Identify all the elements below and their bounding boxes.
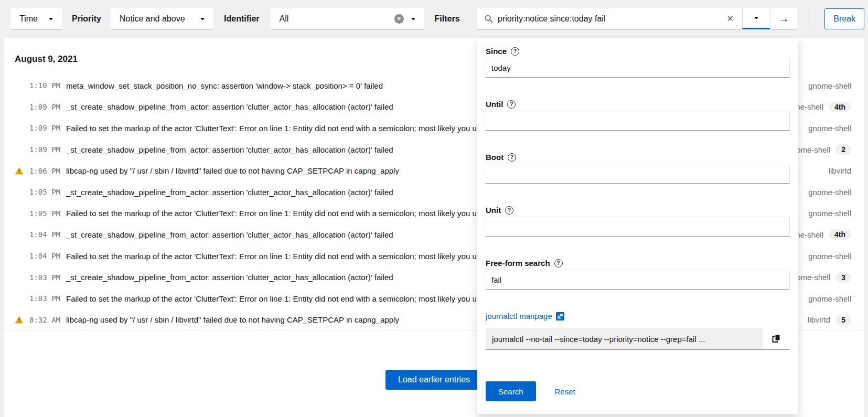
help-icon[interactable]: ? <box>508 153 516 162</box>
clear-identifier-icon[interactable]: ✕ <box>394 14 404 24</box>
entry-service: libvirtd <box>829 166 851 175</box>
panel-search-button[interactable]: Search <box>486 381 536 401</box>
identifier-select-value: All <box>280 14 289 24</box>
boot-field-group: Boot ? <box>486 152 790 184</box>
entry-service: gnome-shell <box>808 124 851 133</box>
help-icon[interactable]: ? <box>505 206 513 215</box>
break-button[interactable]: Break <box>824 8 864 29</box>
entry-count-badge: 5 <box>835 315 851 325</box>
identifier-label: Identifier <box>224 14 260 24</box>
command-row <box>486 328 790 350</box>
boot-input[interactable] <box>486 164 790 184</box>
entry-time: 1:05 PM <box>29 209 62 218</box>
entry-time: 1:04 PM <box>29 230 62 239</box>
search-input[interactable]: priority:notice since:today fail <box>498 14 719 24</box>
copy-command-button[interactable] <box>763 328 790 350</box>
entry-time: 1:05 PM <box>29 188 62 196</box>
until-input[interactable] <box>486 111 790 131</box>
entry-time: 1:06 PM <box>29 167 62 175</box>
warning-icon <box>15 167 24 175</box>
journal-filters-toolbar: Time Priority Notice and above Identifie… <box>0 0 868 38</box>
entry-time: 1:09 PM <box>29 103 62 111</box>
search-filters-panel: Since ? Until ? Boot ? Unit ? Free-form … <box>477 38 798 414</box>
search-options-toggle[interactable] <box>742 8 770 29</box>
entry-time: 1:03 PM <box>29 294 62 303</box>
since-label: Since <box>486 46 507 56</box>
entry-time: 1:09 PM <box>29 145 62 154</box>
entry-service: gnome-shell <box>808 81 851 90</box>
external-link-icon <box>556 312 564 320</box>
panel-actions: Search Reset <box>486 381 790 401</box>
freeform-search-label: Free-form search <box>486 258 550 268</box>
journalctl-command-input[interactable] <box>486 328 763 350</box>
entry-service: libvirtd <box>808 315 830 324</box>
search-input-area[interactable]: priority:notice since:today fail ✕ <box>477 8 742 29</box>
clear-search-button[interactable]: ✕ <box>724 14 737 24</box>
journalctl-manpage-link[interactable]: journalctl manpage <box>486 311 552 321</box>
chevron-down-icon <box>49 18 53 20</box>
entry-time: 1:10 PM <box>29 81 62 90</box>
unit-input[interactable] <box>486 217 790 237</box>
manpage-row: journalctl manpage <box>486 311 790 321</box>
filters-label: Filters <box>435 14 460 24</box>
entry-service: gnome-shell <box>808 294 851 303</box>
help-icon[interactable]: ? <box>507 100 516 109</box>
entry-time: 1:03 PM <box>29 273 62 282</box>
identifier-select[interactable]: All ✕ <box>271 8 424 29</box>
until-label: Until <box>486 99 503 109</box>
help-icon[interactable]: ? <box>554 259 563 268</box>
entry-count-badge: 4th <box>829 102 851 112</box>
entry-service: gnome-shell <box>808 188 851 197</box>
unit-field-group: Unit ? <box>486 205 790 237</box>
panel-reset-button[interactable]: Reset <box>555 387 575 396</box>
until-field-group: Until ? <box>486 99 790 131</box>
entry-count-badge: 4th <box>829 229 851 240</box>
chevron-down-icon <box>200 18 205 20</box>
load-earlier-button[interactable]: Load earlier entries <box>385 370 483 390</box>
unit-label: Unit <box>486 205 501 215</box>
search-submit-button[interactable]: → <box>770 8 797 29</box>
since-input[interactable] <box>486 58 790 78</box>
chevron-down-icon <box>411 18 415 20</box>
time-select-value: Time <box>19 14 38 24</box>
journal-search-group: priority:notice since:today fail ✕ → <box>477 8 797 29</box>
entry-count-badge: 2 <box>835 144 851 155</box>
entry-time: 1:04 PM <box>29 252 62 260</box>
boot-label: Boot <box>486 152 503 162</box>
entry-service: gnome-shell <box>808 209 851 218</box>
warning-icon <box>15 316 24 324</box>
search-icon <box>485 15 493 23</box>
priority-select-value: Notice and above <box>120 14 185 24</box>
priority-select[interactable]: Notice and above <box>111 8 213 29</box>
copy-icon <box>772 334 780 343</box>
entry-time: 1:09 PM <box>29 124 62 132</box>
entry-service: gnome-shell <box>808 252 851 261</box>
entry-count-badge: 3 <box>835 272 851 283</box>
priority-label: Priority <box>72 14 101 24</box>
help-icon[interactable]: ? <box>511 47 519 56</box>
freeform-field-group: Free-form search ? <box>486 258 790 290</box>
toolbar-divider <box>809 8 809 29</box>
entry-time: 8:32 AM <box>29 316 62 324</box>
time-select[interactable]: Time <box>10 8 62 29</box>
chevron-down-icon <box>754 17 758 19</box>
freeform-search-input[interactable] <box>486 270 790 290</box>
since-field-group: Since ? <box>486 46 790 78</box>
